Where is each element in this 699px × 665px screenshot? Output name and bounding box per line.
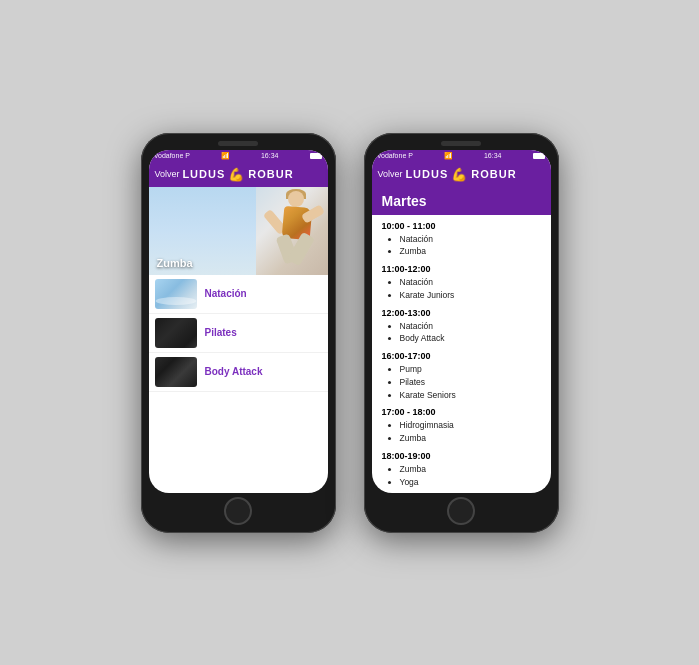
time-slot-2: 12:00-13:00 Natación Body Attack [382,308,541,346]
app-header-1: Volver LUDUS 💪 ROBUR [149,162,328,187]
phone-speaker-2 [441,141,481,146]
list-item: Zumba [400,245,541,258]
time-slot-3: 16:00-17:00 Pump Pilates Karate Seniors [382,351,541,401]
back-button-1[interactable]: Volver [155,169,180,179]
class-bullets-1: Natación Karate Juniors [382,276,541,302]
class-bullets-2: Natación Body Attack [382,320,541,346]
phones-container: vodafone P 📶 16:34 Volver LUDUS 💪 ROBUR [141,133,559,533]
time-label-2: 12:00-13:00 [382,308,541,318]
list-item: Pump [400,363,541,376]
list-item: Karate Juniors [400,289,541,302]
phone-speaker-1 [218,141,258,146]
time-label-0: 10:00 - 11:00 [382,221,541,231]
zumba-figure [258,189,323,273]
class-name-bodyattack: Body Attack [205,366,263,377]
list-item: Zumba [400,463,541,476]
status-bar-2: vodafone P 📶 16:34 [372,150,551,162]
logo-2: LUDUS 💪 ROBUR [405,167,516,182]
time-label-4: 17:00 - 18:00 [382,407,541,417]
sub-brand-label-1: ROBUR [248,168,293,180]
phone-1-screen: vodafone P 📶 16:34 Volver LUDUS 💪 ROBUR [149,150,328,493]
time-label-1: 11:00-12:00 [382,264,541,274]
time-slot-4: 17:00 - 18:00 Hidrogimnasia Zumba [382,407,541,445]
brand-label-2: LUDUS [405,168,448,180]
class-name-natacion: Natación [205,288,247,299]
list-item: Pilates [400,376,541,389]
battery-2 [533,153,545,159]
schedule-content: 10:00 - 11:00 Natación Zumba 11:00-12:00… [372,215,551,493]
back-button-2[interactable]: Volver [378,169,403,179]
time-label-3: 16:00-17:00 [382,351,541,361]
logo-icon-2: 💪 [451,167,468,182]
time-2: 16:34 [484,152,502,159]
list-item: Zumba [400,432,541,445]
phone-2-screen: vodafone P 📶 16:34 Volver LUDUS 💪 ROBUR … [372,150,551,493]
list-item: Yoga [400,476,541,489]
list-item: Body Attack [400,332,541,345]
time-1: 16:34 [261,152,279,159]
list-item: Natación [400,233,541,246]
list-item[interactable]: Body Attack [149,353,328,392]
class-name-pilates: Pilates [205,327,237,338]
time-slot-1: 11:00-12:00 Natación Karate Juniors [382,264,541,302]
thumb-natacion [155,279,197,309]
person-head [288,191,304,207]
list-item: Karate Seniors [400,389,541,402]
class-bullets-0: Natación Zumba [382,233,541,259]
status-bar-1: vodafone P 📶 16:34 [149,150,328,162]
class-list: Natación Pilates Body Attack [149,275,328,493]
home-button-2[interactable] [447,497,475,525]
thumb-bodyattack [155,357,197,387]
class-bullets-5: Zumba Yoga [382,463,541,489]
app-header-2: Volver LUDUS 💪 ROBUR [372,162,551,187]
home-button-1[interactable] [224,497,252,525]
logo-1: LUDUS 💪 ROBUR [182,167,293,182]
class-bullets-3: Pump Pilates Karate Seniors [382,363,541,401]
time-slot-0: 10:00 - 11:00 Natación Zumba [382,221,541,259]
thumb-pilates [155,318,197,348]
logo-icon-1: 💪 [228,167,245,182]
battery-1 [310,153,322,159]
carrier-2: vodafone P [378,152,413,159]
brand-label-1: LUDUS [182,168,225,180]
time-label-5: 18:00-19:00 [382,451,541,461]
phone-2: vodafone P 📶 16:34 Volver LUDUS 💪 ROBUR … [364,133,559,533]
sub-brand-label-2: ROBUR [471,168,516,180]
list-item: Hidrogimnasia [400,419,541,432]
time-slot-5: 18:00-19:00 Zumba Yoga [382,451,541,489]
hero-label: Zumba [157,257,193,269]
schedule-day: Martes [372,187,551,215]
list-item[interactable]: Pilates [149,314,328,353]
phone-1: vodafone P 📶 16:34 Volver LUDUS 💪 ROBUR [141,133,336,533]
list-item: Natación [400,320,541,333]
list-item: Natación [400,276,541,289]
list-item[interactable]: Natación [149,275,328,314]
class-bullets-4: Hidrogimnasia Zumba [382,419,541,445]
carrier-1: vodafone P [155,152,190,159]
hero-image: Zumba [149,187,328,275]
